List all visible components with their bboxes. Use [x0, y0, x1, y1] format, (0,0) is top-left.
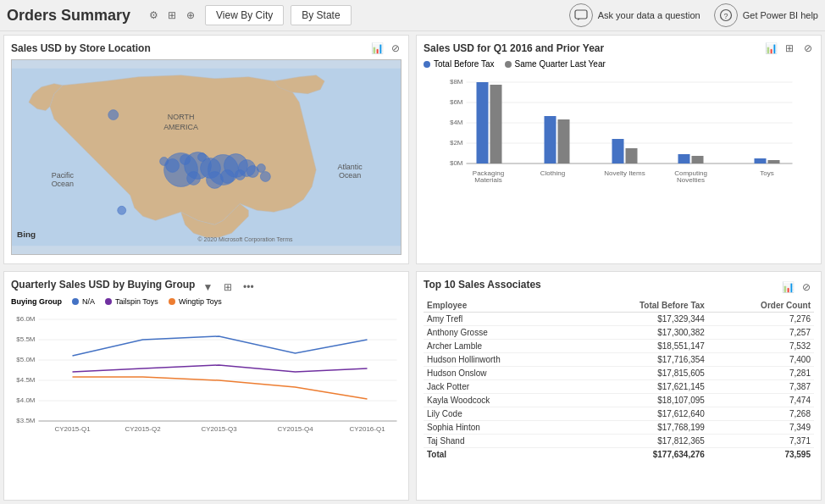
help-action[interactable]: ? Get Power BI help: [714, 3, 818, 27]
svg-point-28: [118, 206, 126, 214]
legend-wingtip: Wingtip Toys: [169, 297, 222, 306]
svg-rect-50: [626, 148, 638, 163]
col-total: Total Before Tax: [573, 299, 708, 313]
cell-employee: Hudson Onslow: [424, 367, 573, 380]
col-employee: Employee: [424, 299, 573, 313]
ask-data-label: Ask your data a question: [598, 10, 700, 20]
legend-label-lastyr: Same Quarter Last Year: [515, 59, 606, 69]
svg-point-24: [257, 163, 265, 172]
svg-text:$6M: $6M: [450, 98, 463, 106]
map-focus-icon[interactable]: ⊘: [388, 41, 403, 56]
svg-text:CY2015-Q2: CY2015-Q2: [125, 425, 161, 433]
map-container: NORTH AMERICA Pacific Ocean Atlantic Oce…: [11, 59, 401, 255]
cell-employee: Amy Trefl: [424, 313, 573, 326]
legend-dot-tailspin: [105, 298, 112, 305]
help-icon: ?: [714, 3, 738, 27]
table-panel: Top 10 Sales Associates 📊 ⊘ Employee Tot…: [416, 271, 822, 501]
svg-text:CY2015-Q1: CY2015-Q1: [54, 425, 91, 433]
svg-point-22: [180, 155, 191, 165]
cell-total: $17,329,344: [573, 313, 708, 326]
svg-text:$4M: $4M: [450, 119, 463, 126]
cell-employee: Anthony Grosse: [424, 326, 573, 340]
svg-point-19: [235, 169, 245, 180]
table-row: Hudson Onslow $17,815,605 7,281: [424, 367, 814, 380]
svg-text:$8M: $8M: [450, 78, 463, 86]
map-chart-icon[interactable]: 📊: [369, 41, 385, 56]
svg-text:CY2016-Q1: CY2016-Q1: [349, 425, 385, 433]
legend-label-tailspin: Tailspin Toys: [115, 297, 158, 306]
svg-rect-52: [678, 154, 690, 163]
chat-icon: [569, 3, 593, 27]
svg-text:$6.0M: $6.0M: [16, 315, 36, 323]
page-title: Orders Summary: [7, 7, 130, 25]
cell-count: 7,532: [708, 340, 814, 353]
table-focus-icon[interactable]: ⊘: [799, 280, 814, 295]
line-panel: Quarterly Sales USD by Buying Group ▼ ⊞ …: [3, 271, 409, 501]
bar-focus-icon[interactable]: ⊘: [800, 41, 816, 56]
legend-label-total: Total Before Tax: [434, 59, 495, 69]
svg-rect-47: [558, 119, 570, 163]
svg-point-23: [198, 153, 207, 162]
table-row: Lily Code $17,612,640 7,268: [424, 407, 814, 421]
cell-total: $17,612,640: [573, 407, 708, 421]
table-row: Kayla Woodcock $18,107,095 7,474: [424, 394, 814, 407]
cell-count: 7,281: [708, 367, 814, 380]
bar-legend: Total Before Tax Same Quarter Last Year: [424, 59, 814, 69]
legend-dot-lastyr: [505, 61, 512, 68]
dashboard: Orders Summary ⚙ ⊞ ⊕ View By City By Sta…: [0, 0, 825, 504]
cell-total: $17,300,382: [573, 326, 708, 340]
cell-count: 7,257: [708, 326, 814, 340]
share-icon[interactable]: ⊞: [164, 8, 180, 23]
svg-text:$4.0M: $4.0M: [16, 396, 36, 404]
cell-employee: Jack Potter: [424, 380, 573, 394]
more-icon[interactable]: ⊕: [183, 8, 198, 23]
line-more-icon[interactable]: •••: [241, 280, 256, 295]
ask-data-action[interactable]: Ask your data a question: [569, 3, 700, 27]
table-row: Anthony Grosse $17,300,382 7,257: [424, 326, 814, 340]
cell-employee: Sophia Hinton: [424, 421, 573, 435]
bar-chart-icon[interactable]: 📊: [763, 41, 778, 56]
cell-employee: Lily Code: [424, 407, 573, 421]
svg-point-16: [187, 171, 201, 185]
cell-employee: Taj Shand: [424, 435, 573, 448]
header: Orders Summary ⚙ ⊞ ⊕ View By City By Sta…: [0, 0, 825, 31]
svg-rect-56: [755, 158, 767, 163]
cell-count: 7,474: [708, 394, 814, 407]
map-panel-icons: 📊 ⊘: [369, 41, 403, 56]
line-chart-svg: $6.0M $5.5M $5.0M $4.5M $4.0M $3.5M CY20…: [11, 311, 401, 434]
filter-icon[interactable]: ⚙: [146, 8, 161, 23]
line-filter-icon[interactable]: ▼: [200, 280, 215, 295]
svg-text:Novelties: Novelties: [677, 176, 705, 184]
map-svg: NORTH AMERICA Pacific Ocean Atlantic Oce…: [12, 60, 401, 254]
svg-rect-49: [612, 139, 624, 163]
legend-dot-na: [72, 298, 79, 305]
legend-dot-wingtip: [169, 298, 175, 305]
view-by-state-button[interactable]: By State: [291, 5, 351, 25]
cell-employee: Kayla Woodcock: [424, 394, 573, 407]
legend-dot-total: [424, 61, 430, 68]
col-count: Order Count: [708, 299, 814, 313]
cell-total-total: $177,634,276: [573, 448, 708, 462]
view-by-city-button[interactable]: View By City: [205, 5, 284, 25]
line-expand-icon[interactable]: ⊞: [220, 280, 235, 295]
svg-text:$5.5M: $5.5M: [16, 335, 36, 343]
cell-total: $17,812,365: [573, 435, 708, 448]
svg-text:Ocean: Ocean: [339, 171, 361, 180]
cell-total: $18,107,095: [573, 394, 708, 407]
table-total-row: Total $177,634,276 73,595: [424, 448, 814, 462]
cell-total: $17,621,145: [573, 380, 708, 394]
svg-text:CY2015-Q4: CY2015-Q4: [277, 425, 313, 433]
legend-tailspin: Tailspin Toys: [105, 297, 158, 306]
svg-text:$3.5M: $3.5M: [16, 417, 36, 424]
svg-text:CY2015-Q3: CY2015-Q3: [201, 425, 237, 433]
bar-panel: Sales USD for Q1 2016 and Prior Year 📊 ⊞…: [416, 35, 822, 264]
table-chart-icon[interactable]: 📊: [780, 280, 795, 295]
legend-label-wingtip: Wingtip Toys: [179, 297, 222, 306]
svg-text:$2M: $2M: [450, 139, 463, 147]
sales-table: Employee Total Before Tax Order Count Am…: [424, 299, 814, 461]
legend-lastyr: Same Quarter Last Year: [505, 59, 606, 69]
bar-table-icon[interactable]: ⊞: [782, 41, 797, 56]
table-header-row: Employee Total Before Tax Order Count: [424, 299, 814, 313]
svg-rect-43: [490, 85, 502, 163]
svg-point-25: [260, 171, 270, 181]
